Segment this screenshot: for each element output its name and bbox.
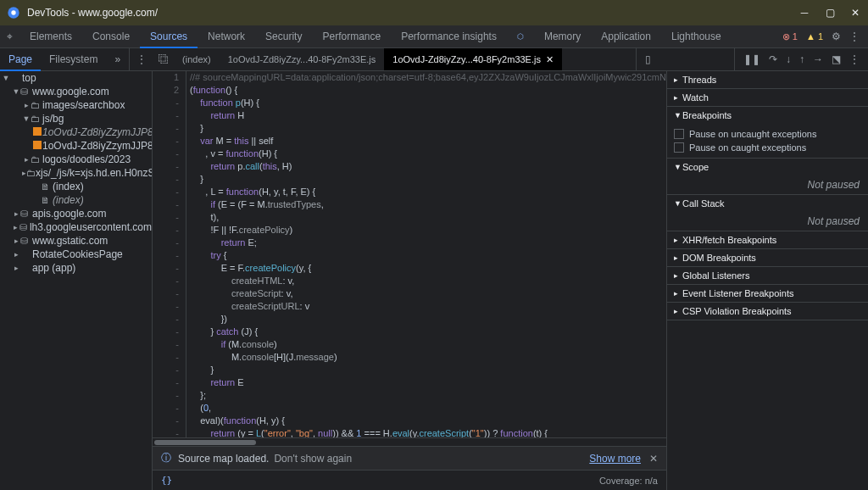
tree-label: logos/doodles/2023 [42,153,131,165]
bp-caught-checkbox[interactable]: Pause on caught exceptions [674,141,861,154]
section-header[interactable]: ▸Global Listeners [667,267,868,284]
tree-item[interactable]: ▼⛁www.google.com [0,85,152,98]
debugger-controls: ❚❚ ↷ ↓ ↑ → ⬔ ⋮ [734,48,868,70]
section-header[interactable]: ▸Event Listener Breakpoints [667,285,868,302]
step-out-icon[interactable]: ↑ [799,53,804,65]
tree-arrow-icon: ▸ [12,237,20,245]
subtab-filesystem[interactable]: Filesystem [41,48,106,71]
tree-item[interactable]: ▸app (app) [0,261,152,275]
tree-item[interactable]: 1oOvdJ-Zd8iyZzymJJP8dpJcIY [0,125,152,139]
tree-arrow-icon: ▼ [2,74,10,82]
tab-perf-insights[interactable]: Performance insights [391,25,507,48]
tab-sources[interactable]: Sources [140,25,198,48]
section-header[interactable]: ▸Threads [667,71,868,88]
infobar-close-icon[interactable]: ✕ [649,453,658,465]
tree-item[interactable]: ▼🗀js/bg [0,112,152,125]
infobar: ⓘ Source map loaded. Don't show again Sh… [153,446,666,470]
debugger-section: ▼BreakpointsPause on uncaught exceptions… [667,107,868,159]
close-icon[interactable]: ✕ [546,48,554,70]
tree-label: (index) [53,181,84,192]
tree-arrow-icon: ▼ [22,114,31,123]
svg-rect-2 [33,127,42,136]
more-menu-icon[interactable]: ⋮ [849,31,860,42]
sources-menu-icon[interactable]: ⋮ [130,53,153,65]
sources-toolbar: Page Filesystem » ⋮ ⿻ (index) 1oOvdJ-Zd8… [0,48,868,71]
gutter[interactable]: 12------------------------------------3-… [153,71,186,437]
section-header[interactable]: ▼Breakpoints [667,107,868,124]
infobar-text: Source map loaded. [178,453,269,465]
tab-lighthouse[interactable]: Lighthouse [661,25,732,48]
section-header[interactable]: ▸CSP Violation Breakpoints [667,303,868,320]
tree-item[interactable]: 🗎(index) [0,193,152,207]
tab-console[interactable]: Console [82,25,140,48]
tree-item[interactable]: ▸🗀images/searchbox [0,98,152,112]
step-over-icon[interactable]: ↷ [769,53,777,65]
inspect-icon[interactable]: ⌖ [0,31,19,42]
step-icon[interactable]: → [813,53,823,65]
tree-item[interactable]: ▸RotateCookiesPage [0,248,152,261]
bp-uncaught-checkbox[interactable]: Pause on uncaught exceptions [674,127,861,141]
section-header[interactable]: ▸Watch [667,89,868,106]
file-tab-1[interactable]: 1oOvdJ-Zd8iyZzy...40-8Fy2m33E.js [220,48,385,70]
tree-item[interactable]: ▸🗀logos/doodles/2023 [0,153,152,166]
tree-item[interactable]: 🗎(index) [0,180,152,193]
code-body[interactable]: //# sourceMappingURL=data:application/js… [186,71,666,437]
error-badge[interactable]: ⊗ 1 [782,31,798,42]
tree-label: www.google.com [32,86,109,97]
infobar-dont-show[interactable]: Don't show again [274,453,352,465]
tab-memory[interactable]: Memory [534,25,591,48]
coverage-label: Coverage: n/a [599,476,658,486]
devtools-icon [7,6,20,19]
step-into-icon[interactable]: ↓ [786,53,791,65]
tab-performance[interactable]: Performance [312,25,391,48]
pause-icon[interactable]: ❚❚ [743,53,760,65]
tree-item[interactable]: ▸⛁apis.google.com [0,207,152,220]
close-button[interactable]: ✕ [849,7,861,19]
tree-label: 1oOvdJ-Zd8iyZzymJJP8dpJcIY [42,140,152,152]
debugger-section: ▸XHR/fetch Breakpoints [667,231,868,249]
toggle-sidebar-icon[interactable]: ▯ [645,53,651,65]
tree-label: xjs/_/js/k=xjs.hd.en.H0nzSuTZt [36,167,152,179]
maximize-button[interactable]: ▢ [824,7,836,19]
tree-item[interactable]: 1oOvdJ-Zd8iyZzymJJP8dpJcIY [0,139,152,153]
dock-icon[interactable]: ⿻ [153,53,174,65]
tab-security[interactable]: Security [255,25,312,48]
tab-network[interactable]: Network [198,25,255,48]
file-tab-2[interactable]: 1oOvdJ-Zd8iyZzy...40-8Fy2m33E.js✕ [384,48,562,70]
tree-item[interactable]: ▸🗀xjs/_/js/k=xjs.hd.en.H0nzSuTZt [0,166,152,180]
section-header[interactable]: ▸DOM Breakpoints [667,249,868,266]
section-header[interactable]: ▸XHR/fetch Breakpoints [667,231,868,248]
debugger-menu-icon[interactable]: ⋮ [849,53,860,65]
debugger-panel: ▸Threads▸Watch▼BreakpointsPause on uncau… [666,71,868,490]
minimize-button[interactable]: ─ [798,7,810,19]
js-file-icon [32,140,42,152]
tab-elements[interactable]: Elements [19,25,82,48]
folder-icon: 🗀 [31,154,42,164]
tree-label: 1oOvdJ-Zd8iyZzymJJP8dpJcIY [42,126,152,138]
tree-arrow-icon: ▸ [12,250,20,259]
settings-gear-icon[interactable]: ⚙ [832,31,841,42]
tree-arrow-icon: ▸ [12,209,20,218]
tab-application[interactable]: Application [591,25,661,48]
debugger-section: ▸DOM Breakpoints [667,249,868,267]
pretty-print-icon[interactable]: {} [161,475,172,486]
debugger-section: ▼Call StackNot paused [667,195,868,231]
cloud-icon: ⛁ [19,222,30,233]
tree-label: images/searchbox [42,99,125,111]
section-header[interactable]: ▼Scope [667,159,868,175]
infobar-show-more[interactable]: Show more [589,453,641,465]
not-paused-label: Not paused [667,175,868,194]
file-tab-0[interactable]: (index) [174,48,220,70]
subtab-overflow[interactable]: » [106,48,129,71]
deactivate-bp-icon[interactable]: ⬔ [832,53,841,65]
section-header[interactable]: ▼Call Stack [667,195,868,212]
horizontal-scrollbar[interactable] [153,437,666,446]
debugger-section: ▸Event Listener Breakpoints [667,285,868,303]
tree-item[interactable]: ▸⛁lh3.googleusercontent.com [0,220,152,234]
warning-badge[interactable]: ▲ 1 [806,31,823,42]
tree-label: lh3.googleusercontent.com [30,221,152,233]
tree-item[interactable]: ▼top [0,71,152,85]
tree-item[interactable]: ▸⛁www.gstatic.com [0,234,152,248]
svg-rect-3 [33,141,42,149]
subtab-page[interactable]: Page [0,48,41,71]
